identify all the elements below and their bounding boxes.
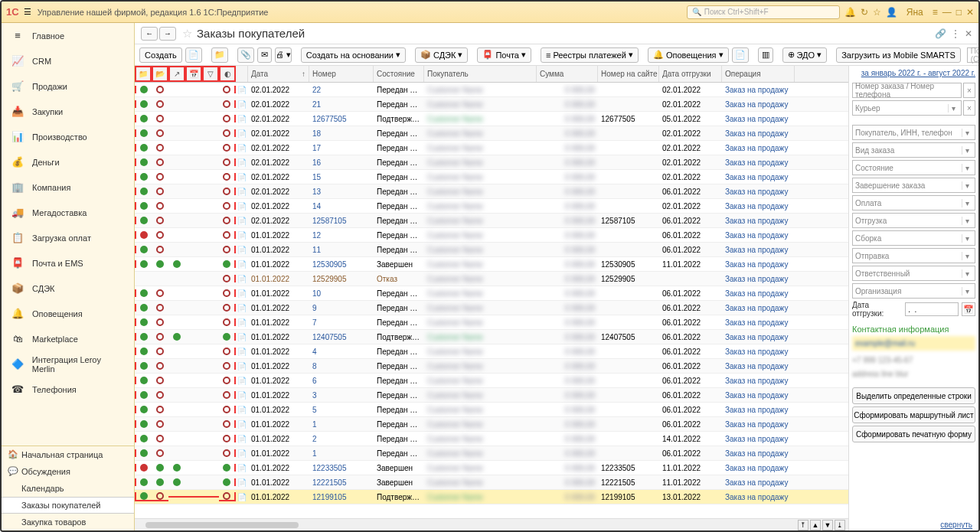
row-num[interactable]: 8 (309, 362, 374, 370)
table-row[interactable]: 📄01.01.202212233505ЗавершенCustomer Name… (135, 461, 848, 475)
row-num[interactable]: 17 (309, 144, 374, 152)
col-status6[interactable]: ◐ (219, 66, 236, 82)
folder-button[interactable]: 📁 (211, 47, 228, 63)
row-op[interactable]: Заказ на продажу (722, 406, 795, 414)
mail-button[interactable]: ✉ (257, 47, 272, 63)
assembly-select[interactable]: Сборка▾ (852, 230, 975, 246)
route-list-button[interactable]: Сформировать маршрутный лист (852, 406, 975, 423)
print-form-button[interactable]: Сформировать печатную форму (852, 426, 975, 442)
col-op[interactable]: Операция (722, 66, 795, 82)
row-num[interactable]: 12587105 (309, 217, 374, 225)
row-num[interactable]: 18 (309, 129, 374, 138)
row-op[interactable]: Заказ на продажу (722, 318, 795, 327)
col-state[interactable]: Состояние (374, 66, 424, 82)
forward-button[interactable]: → (159, 27, 176, 41)
sidebar-item[interactable]: 🔔Оповещения (2, 301, 134, 326)
row-num[interactable]: 13 (309, 188, 374, 196)
row-op[interactable]: Заказ на продажу (722, 449, 795, 458)
row-num[interactable]: 3 (309, 391, 374, 400)
minimize-icon[interactable]: — (942, 7, 952, 18)
menu-icon[interactable]: ☰ (24, 7, 31, 17)
org-select[interactable]: Организация▾ (852, 283, 975, 299)
table-row[interactable]: 📄01.01.20221Передан в ...Customer Name0 … (135, 417, 848, 432)
sidebar-item[interactable]: 🛒Продажи (2, 73, 134, 99)
table-row[interactable]: 📄02.01.202218Передан в ...Customer Name0… (135, 126, 848, 141)
table-row[interactable]: 📄01.01.20223Передан в ...Customer Name0 … (135, 388, 848, 403)
col-sum[interactable]: Сумма (537, 66, 598, 82)
favorite-icon[interactable]: ☆ (182, 27, 192, 41)
col-status4[interactable]: 📅 (185, 66, 202, 82)
sidebar-tab[interactable]: Закупка товаров (2, 514, 134, 530)
table-row[interactable]: 📄02.01.202216Передан в ...Customer Name0… (135, 155, 848, 170)
row-op[interactable]: Заказ на продажу (722, 231, 795, 240)
maximize-icon[interactable]: □ (956, 7, 962, 18)
table-row[interactable]: 📄01.01.20228Передан в ...Customer Name0 … (135, 359, 848, 374)
row-op[interactable]: Заказ на продажу (722, 86, 795, 94)
bell-icon[interactable]: 🔔 (844, 7, 856, 18)
table-row[interactable]: 📄01.01.202212530905ЗавершенCustomer Name… (135, 257, 848, 272)
mail-menu-button[interactable]: 📮 Почта ▾ (477, 47, 531, 63)
back-button[interactable]: ← (141, 27, 158, 41)
sidebar-item[interactable]: 📥Закупки (2, 99, 134, 124)
row-op[interactable]: Заказ на продажу (722, 304, 795, 312)
col-icon[interactable] (236, 66, 248, 82)
attach-button[interactable]: 📎 (237, 47, 254, 63)
history-icon[interactable]: ↻ (861, 7, 868, 18)
select-rows-button[interactable]: Выделить определенные строки (852, 387, 975, 404)
row-op[interactable]: Заказ на продажу (722, 348, 795, 356)
row-op[interactable]: Заказ на продажу (722, 129, 795, 138)
copy-button[interactable]: 📄 (185, 47, 202, 63)
row-op[interactable]: Заказ на продажу (722, 391, 795, 400)
sidebar-item[interactable]: 🚚Мегадоставка (2, 200, 134, 225)
completion-select[interactable]: Завершение заказа▾ (852, 178, 975, 193)
scroll-down-icon[interactable]: ▼ (822, 520, 833, 530)
row-num[interactable]: 7 (309, 318, 374, 327)
row-num[interactable]: 22 (309, 86, 374, 94)
row-num[interactable]: 9 (309, 304, 374, 312)
sidebar-item[interactable]: 📋Загрузка оплат (2, 225, 134, 250)
table-row[interactable]: 📄01.01.202212199105ПодтверждёнCustomer N… (135, 490, 848, 504)
row-num[interactable]: 2 (309, 435, 374, 443)
col-num[interactable]: Номер (309, 66, 374, 82)
close-tab-icon[interactable]: ✕ (965, 28, 972, 39)
row-op[interactable]: Заказ на продажу (722, 464, 795, 472)
horizontal-scrollbar[interactable]: ⤒ ▲ ▼ ⤓ (135, 518, 848, 530)
row-num[interactable]: 12233505 (309, 464, 374, 472)
scroll-up-icon[interactable]: ▲ (810, 520, 821, 530)
order-type-select[interactable]: Вид заказа▾ (852, 142, 975, 158)
calendar-icon[interactable]: 📅 (962, 302, 975, 316)
row-op[interactable]: Заказ на продажу (722, 158, 795, 167)
row-num[interactable]: 5 (309, 406, 374, 414)
row-op[interactable]: Заказ на продажу (722, 202, 795, 211)
table-row[interactable]: 📄01.01.20229Передан в ...Customer Name0 … (135, 301, 848, 315)
order-num-input[interactable]: Номер заказа / Номер телефона (852, 83, 962, 98)
create-based-button[interactable]: Создать на основании ▾ (301, 47, 406, 63)
table-row[interactable]: 📄01.01.202212221505ЗавершенCustomer Name… (135, 475, 848, 490)
row-op[interactable]: Заказ на продажу (722, 435, 795, 443)
row-num[interactable]: 12529905 (309, 275, 374, 283)
edo-button[interactable]: ⊕ ЭДО ▾ (782, 47, 828, 63)
table-row[interactable]: 📄01.01.20224Передан в ...Customer Name0 … (135, 344, 848, 359)
table-row[interactable]: 📄01.01.20226Передан в ...Customer Name0 … (135, 374, 848, 388)
row-num[interactable]: 16 (309, 158, 374, 167)
user-icon[interactable]: 👤 (886, 7, 897, 18)
create-button[interactable]: Создать (139, 47, 182, 63)
table-row[interactable]: 📄02.01.202213Передан в ...Customer Name0… (135, 184, 848, 199)
table-row[interactable]: 📄02.01.202222Передан в ...Customer Name0… (135, 83, 848, 97)
col-date[interactable]: Дата↑ (248, 66, 309, 82)
col-status3[interactable]: ↗ (168, 66, 185, 82)
table-row[interactable]: 📄01.01.20221Передан в ...Customer Name0 … (135, 446, 848, 461)
sidebar-item[interactable]: 📊Производство (2, 124, 134, 149)
row-op[interactable]: Заказ на продажу (722, 246, 795, 254)
row-op[interactable]: Заказ на продажу (722, 144, 795, 152)
barcode-button[interactable]: ▥ (758, 47, 773, 63)
sidebar-tab[interactable]: Календарь (2, 480, 134, 497)
row-op[interactable]: Заказ на продажу (722, 217, 795, 225)
collapse-link[interactable]: свернуть (940, 521, 972, 529)
table-row[interactable]: 📄02.01.202214Передан в ...Customer Name0… (135, 199, 848, 214)
row-op[interactable]: Заказ на продажу (722, 115, 795, 123)
row-op[interactable]: Заказ на продажу (722, 173, 795, 181)
customer-select[interactable]: Покупатель, ИНН, телефон▾ (852, 125, 975, 140)
ship-date-input[interactable] (905, 302, 959, 316)
table-row[interactable]: 📄01.01.202212Передан в ...Customer Name0… (135, 228, 848, 243)
